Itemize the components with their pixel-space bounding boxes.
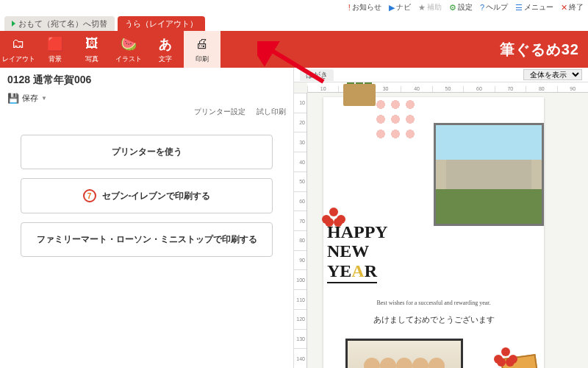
canvas: 102030405060708090 102030405060708090100… — [294, 82, 588, 368]
ruler-vertical: 102030405060708090100110120130140 — [294, 93, 307, 368]
main: 0128 通常年賀006 💾 保存 ▼ プリンター設定 試し印刷 プリンターを使… — [0, 68, 588, 368]
illust-icon: 🍉 — [118, 35, 139, 53]
menu-help[interactable]: ?ヘルプ — [480, 2, 508, 13]
layout-icon: 🗂 — [8, 35, 29, 53]
postcard-preview[interactable]: HAPPY NEW YEAR Best wishes for a success… — [323, 97, 544, 368]
top-menu: !お知らせ ▶ナビ ★補助 ⚙設定 ?ヘルプ ☰メニュー ✕終了 — [0, 0, 588, 15]
left-panel: 0128 通常年賀006 💾 保存 ▼ プリンター設定 試し印刷 プリンターを使… — [0, 68, 294, 368]
option-seven-eleven[interactable]: 7 セブン‐イレブンで印刷する — [21, 178, 273, 213]
document-title: 0128 通常年賀006 — [7, 74, 286, 87]
menu-navi[interactable]: ▶ナビ — [389, 2, 411, 13]
photo-icon: 🖼 — [82, 35, 102, 53]
subtitle-text: Best wishes for a successful and rewardi… — [323, 300, 544, 306]
ribbon-photo[interactable]: 🖼写真 — [74, 31, 110, 68]
plum-flower-icon — [495, 347, 516, 368]
menu-settei[interactable]: ⚙設定 — [449, 2, 473, 13]
print-icon: 🖨 — [192, 35, 212, 53]
text-icon: あ — [155, 35, 176, 53]
triangle-icon — [12, 21, 15, 26]
pattern-decoration — [373, 97, 417, 141]
help-icon: ? — [480, 3, 484, 12]
nav-icon: ▶ — [389, 3, 395, 13]
menu-menu[interactable]: ☰メニュー — [515, 2, 553, 13]
photo-group — [345, 339, 463, 368]
assist-icon: ★ — [418, 3, 426, 13]
menu-icon: ☰ — [515, 3, 523, 13]
japanese-greeting: あけましておめでとうございます — [323, 314, 544, 325]
option-use-printer[interactable]: プリンターを使う — [21, 135, 273, 169]
preview-bar: はがき 全体を表示 — [294, 68, 588, 82]
tab-ura[interactable]: うら（レイアウト） — [118, 16, 205, 31]
ribbon-layout[interactable]: 🗂レイアウト — [0, 31, 37, 68]
test-print-link[interactable]: 試し印刷 — [257, 107, 286, 116]
ribbon-print[interactable]: 🖨印刷 — [184, 31, 220, 68]
menu-hojo[interactable]: ★補助 — [418, 2, 442, 13]
chevron-down-icon: ▼ — [41, 95, 47, 102]
zoom-select[interactable]: 全体を表示 — [523, 69, 582, 80]
save-icon: 💾 — [7, 93, 19, 104]
tab-omote[interactable]: おもて（宛て名）へ切替 — [4, 16, 115, 31]
menu-exit[interactable]: ✕終了 — [561, 2, 584, 13]
printer-settings-link[interactable]: プリンター設定 — [194, 107, 245, 116]
ribbon-background[interactable]: 🟥背景 — [37, 31, 74, 68]
background-icon: 🟥 — [45, 35, 65, 53]
save-label: 保存 — [22, 93, 38, 104]
seven-eleven-icon: 7 — [83, 189, 96, 202]
printer-links: プリンター設定 試し印刷 — [7, 107, 286, 117]
ribbon-illust[interactable]: 🍉イラスト — [110, 31, 147, 68]
close-icon: ✕ — [561, 3, 567, 13]
alert-icon: ! — [348, 3, 351, 12]
ribbon: 🗂レイアウト 🟥背景 🖼写真 🍉イラスト あ文字 🖨印刷 筆ぐるめ32 — [0, 31, 588, 68]
happy-new-year-text: HAPPY NEW YEAR — [327, 222, 388, 283]
side-tabs: おもて（宛て名）へ切替 うら（レイアウト） — [0, 15, 588, 31]
preview-tab-hagaki[interactable]: はがき — [300, 69, 334, 81]
option-konbini[interactable]: ファミリーマート・ローソン・ミニストップで印刷する — [21, 222, 273, 257]
photo-building — [434, 123, 544, 226]
print-options: プリンターを使う 7 セブン‐イレブンで印刷する ファミリーマート・ローソン・ミ… — [7, 135, 286, 257]
menu-oshirase[interactable]: !お知らせ — [348, 2, 381, 13]
preview-panel: はがき 全体を表示 102030405060708090 10203040506… — [294, 68, 588, 368]
ribbon-text[interactable]: あ文字 — [147, 31, 184, 68]
gear-icon: ⚙ — [449, 3, 456, 13]
save-bar[interactable]: 💾 保存 ▼ — [7, 93, 286, 104]
brand-logo: 筆ぐるめ32 — [500, 40, 588, 60]
bottom-right-decoration — [472, 339, 538, 368]
